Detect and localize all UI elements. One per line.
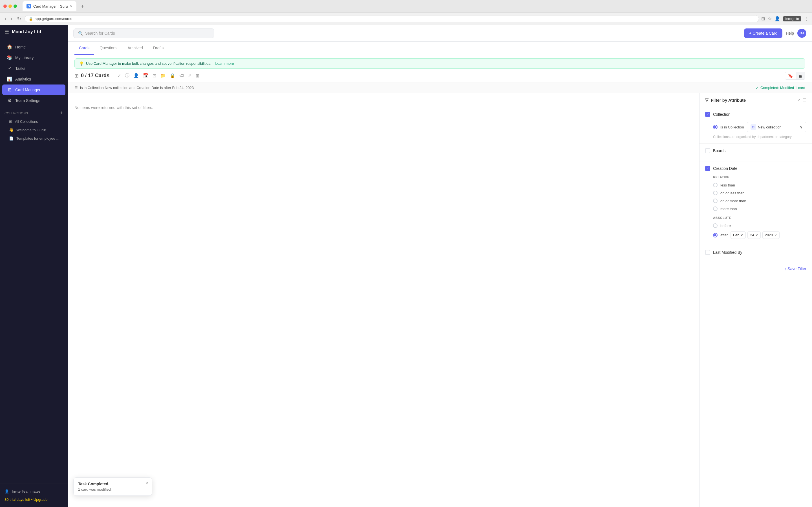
browser-nav-right: ⊞ ☆ 👤 Incognito ⋮: [761, 16, 809, 21]
collection-checkbox[interactable]: ✓: [705, 112, 710, 117]
tag-icon[interactable]: 🏷: [178, 72, 185, 79]
after-radio[interactable]: [713, 233, 718, 237]
forward-button[interactable]: ›: [10, 15, 13, 23]
minimize-dot[interactable]: [8, 4, 12, 8]
calendar-icon[interactable]: 📅: [142, 72, 150, 79]
tab-close-icon[interactable]: ×: [70, 4, 72, 8]
check-icon[interactable]: ✓: [116, 72, 122, 79]
boards-checkbox[interactable]: [705, 148, 710, 153]
menu-icon[interactable]: ⋮: [804, 16, 809, 21]
empty-state-message: No items were returned with this set of …: [74, 100, 693, 115]
back-button[interactable]: ‹: [3, 15, 7, 23]
help-button[interactable]: Help: [786, 31, 794, 36]
collection-radio-group: is in Collection ⊞ New collection ∨: [705, 120, 806, 134]
tab-favicon: G: [27, 4, 31, 8]
close-filter-icon[interactable]: ☰: [803, 98, 806, 102]
grid-view-button[interactable]: ▦: [796, 72, 805, 79]
filter-bar: ☰ is in Collection New collection and Cr…: [68, 83, 812, 93]
export-filter-icon[interactable]: ↗: [797, 98, 801, 102]
hamburger-icon[interactable]: ☰: [4, 29, 9, 35]
search-bar[interactable]: 🔍 Search for Cards: [73, 29, 214, 38]
collection-filter-section: ✓ Collection is in Collection ⊞ New coll…: [700, 107, 812, 144]
sidebar-item-label-card-manager: Card Manager: [15, 88, 41, 92]
sidebar-item-tasks[interactable]: ✓ Tasks: [2, 63, 65, 73]
day-select[interactable]: 24 ∨: [748, 231, 760, 239]
toolbar-icons: ✓ ⓘ 👤 📅 ⊡ 📁 🔒 🏷 ↗ 🗑: [116, 71, 201, 80]
on-or-less-than-radio[interactable]: [713, 191, 718, 195]
sidebar-item-analytics[interactable]: 📊 Analytics: [2, 74, 65, 84]
reload-button[interactable]: ↻: [16, 15, 22, 23]
info-circle-icon[interactable]: ⓘ: [124, 71, 131, 80]
collection-hint: Collections are organized by department …: [705, 135, 806, 139]
last-modified-by-checkbox[interactable]: [705, 250, 710, 255]
all-collections-icon: ⊞: [9, 119, 12, 124]
last-modified-by-label: Last Modified By: [713, 250, 742, 255]
sidebar-item-home[interactable]: 🏠 Home: [2, 42, 65, 52]
more-than-radio[interactable]: [713, 207, 718, 211]
before-label: before: [720, 224, 731, 228]
trash-icon[interactable]: 🗑: [194, 72, 201, 79]
view-toggle: 🔖 ▦: [785, 72, 805, 80]
sidebar-footer: 👤 Invite Teammates 30 trial days left • …: [0, 484, 68, 507]
extensions-icon: ⊞: [761, 16, 765, 21]
sidebar-item-label-analytics: Analytics: [15, 77, 31, 81]
address-bar[interactable]: 🔒 app.getguru.com/cards: [24, 15, 759, 22]
sidebar-header: ☰ Mood Joy Ltd: [0, 25, 68, 39]
tab-drafts[interactable]: Drafts: [149, 42, 168, 55]
sidebar-item-team-settings[interactable]: ⚙ Team Settings: [2, 95, 65, 106]
maximize-dot[interactable]: [13, 4, 17, 8]
is-in-collection-radio[interactable]: [713, 125, 718, 129]
tab-drafts-label: Drafts: [153, 46, 163, 50]
tab-questions-label: Questions: [100, 46, 117, 50]
browser-tab[interactable]: G Card Manager | Guru ×: [22, 1, 77, 11]
save-filter-button[interactable]: ↑ Save Filter: [700, 263, 812, 274]
upgrade-item[interactable]: 30 trial days left • Upgrade: [4, 496, 63, 504]
sidebar-item-all-collections[interactable]: ⊞ All Collections: [2, 117, 65, 126]
month-select[interactable]: Feb ∨: [730, 231, 746, 239]
year-select[interactable]: 2023 ∨: [762, 231, 779, 239]
sidebar-item-templates[interactable]: 📄 Templates for employee ...: [2, 134, 65, 143]
user-icon[interactable]: 👤: [132, 72, 140, 79]
year-chevron: ∨: [774, 233, 777, 237]
bookmark-view-button[interactable]: 🔖: [785, 72, 796, 79]
tab-cards[interactable]: Cards: [74, 42, 94, 55]
my-library-icon: 📚: [7, 55, 12, 60]
collection-select-dropdown[interactable]: ⊞ New collection ∨: [747, 122, 806, 132]
on-or-more-than-radio[interactable]: [713, 199, 718, 203]
sidebar-item-welcome-to-guru[interactable]: 👋 Welcome to Guru!: [2, 126, 65, 134]
invite-label: Invite Teammates: [12, 489, 41, 494]
sidebar-item-label-tasks: Tasks: [15, 66, 26, 71]
sidebar-item-label-templates: Templates for employee ...: [16, 136, 59, 140]
tab-archived[interactable]: Archived: [123, 42, 147, 55]
layout-icon[interactable]: ⊡: [151, 72, 157, 79]
sidebar-item-my-library[interactable]: 📚 My Library: [2, 52, 65, 63]
before-radio[interactable]: [713, 223, 718, 228]
new-tab-icon[interactable]: +: [81, 3, 84, 10]
browser-chrome: G Card Manager | Guru × + ‹ › ↻ 🔒 app.ge…: [0, 0, 812, 25]
add-collection-icon[interactable]: +: [60, 110, 63, 116]
creation-date-filter-row: ✓ Creation Date: [705, 166, 806, 171]
export-icon[interactable]: ↗: [187, 72, 193, 79]
upgrade-label: 30 trial days left • Upgrade: [4, 497, 48, 502]
toast-close-button[interactable]: ×: [146, 481, 149, 486]
lock-icon[interactable]: 🔒: [168, 72, 176, 79]
collection-filter-label: Collection: [713, 112, 730, 117]
analytics-icon: 📊: [7, 76, 12, 82]
browser-titlebar: G Card Manager | Guru × +: [0, 0, 812, 12]
bookmark-icon[interactable]: ☆: [768, 16, 772, 21]
sidebar: ☰ Mood Joy Ltd 🏠 Home 📚 My Library ✓ Tas…: [0, 25, 68, 507]
create-card-button[interactable]: + Create a Card: [744, 29, 782, 38]
close-dot[interactable]: [3, 4, 7, 8]
day-value: 24: [750, 233, 754, 237]
less-than-radio[interactable]: [713, 183, 718, 187]
sidebar-item-card-manager[interactable]: ⊞ Card Manager: [2, 84, 65, 95]
invite-teammates-item[interactable]: 👤 Invite Teammates: [4, 487, 63, 496]
creation-date-checkbox[interactable]: ✓: [705, 166, 710, 171]
folder-icon[interactable]: 📁: [159, 72, 167, 79]
learn-more-link[interactable]: Learn more: [215, 61, 234, 66]
tab-questions[interactable]: Questions: [95, 42, 122, 55]
year-value: 2023: [765, 233, 773, 237]
team-settings-icon: ⚙: [7, 98, 12, 103]
profile-icon[interactable]: 👤: [774, 16, 780, 21]
avatar[interactable]: DJ: [797, 29, 806, 38]
